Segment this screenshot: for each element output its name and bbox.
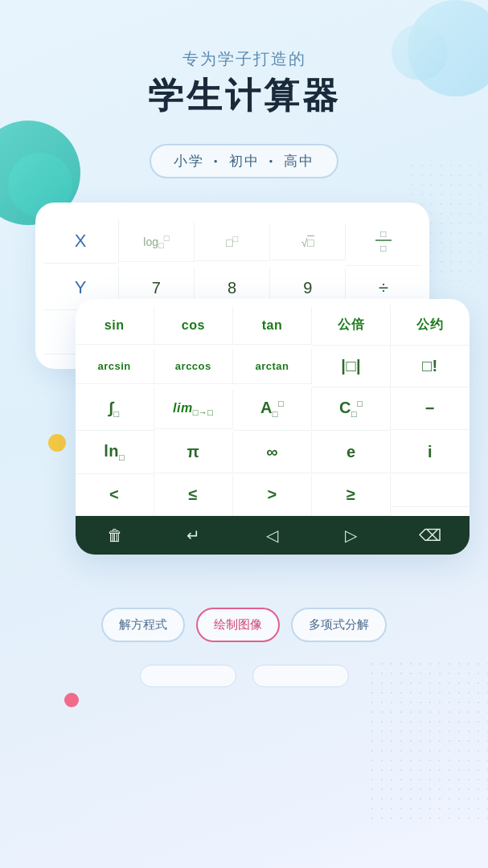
toolbar-right[interactable]: ▷: [312, 526, 391, 545]
btn-lt[interactable]: <: [76, 474, 154, 516]
trig-row-2: arcsin arccos arctan |□| □!: [76, 346, 470, 387]
title-text: 学生计算器: [148, 76, 341, 115]
calculator-area: X log□□ □□ √□ □ □ Y 7 8 9 ÷ Z 4 5 6 ×: [27, 203, 461, 588]
btn-integral[interactable]: ∫□: [76, 387, 154, 431]
cell-box-sup[interactable]: □□: [195, 223, 270, 261]
trig-row-1: sin cos tan 公倍 公约: [76, 305, 470, 346]
trig-row-3: ∫□ lim□→□ A□□ C□□ −: [76, 387, 470, 431]
cell-sqrt[interactable]: √□: [270, 223, 346, 261]
btn-le[interactable]: ≤: [154, 474, 233, 516]
level-high: 高中: [284, 152, 314, 170]
btn-comb[interactable]: C□□: [312, 387, 391, 431]
cell-frac[interactable]: □ □: [346, 217, 420, 266]
btn-ge[interactable]: ≥: [312, 474, 391, 516]
btn-lim[interactable]: lim□→□: [154, 390, 233, 429]
feature-factor[interactable]: 多项式分解: [291, 608, 387, 642]
btn-i[interactable]: i: [391, 432, 469, 473]
btn-inf[interactable]: ∞: [233, 432, 312, 473]
main-title: 学生计算器: [0, 76, 488, 115]
btn-tan[interactable]: tan: [233, 307, 312, 345]
level-primary: 小学: [174, 152, 204, 170]
trig-row-4: ln□ π ∞ e i: [76, 431, 470, 474]
header-section: 专为学子打造的 学生计算器 小学 ● 初中 ● 高中: [0, 0, 488, 178]
feature-equation[interactable]: 解方程式: [101, 608, 185, 642]
toolbar-enter[interactable]: ↵: [154, 526, 233, 545]
btn-factorial[interactable]: □!: [391, 346, 469, 387]
back-row-1: X log□□ □□ √□ □ □: [43, 217, 421, 266]
features-section: 解方程式 绘制图像 多项式分解: [0, 608, 488, 642]
btn-minus[interactable]: −: [391, 388, 469, 430]
btn-cos[interactable]: cos: [154, 307, 233, 345]
btn-pi[interactable]: π: [154, 432, 233, 473]
btn-gcd[interactable]: 公约: [391, 305, 469, 346]
calculator-front-card: sin cos tan 公倍 公约 arcsin arccos arctan |…: [76, 299, 470, 555]
bottom-pills: [0, 665, 488, 687]
dot2: ●: [269, 158, 275, 165]
btn-empty: [391, 484, 469, 507]
toolbar-trash[interactable]: 🗑: [76, 526, 154, 545]
btn-arctan[interactable]: arctan: [233, 349, 312, 384]
btn-abs[interactable]: |□|: [312, 346, 391, 387]
btn-arcsin[interactable]: arcsin: [76, 349, 154, 384]
btn-sin[interactable]: sin: [76, 307, 154, 345]
btn-arccos[interactable]: arccos: [154, 349, 233, 384]
btn-ln[interactable]: ln□: [76, 431, 154, 474]
level-middle: 初中: [229, 152, 260, 170]
dot1: ●: [214, 158, 219, 165]
trig-row-5: < ≤ > ≥: [76, 474, 470, 516]
toolbar: 🗑 ↵ ◁ ▷ ⌫: [76, 516, 470, 555]
btn-perm[interactable]: A□□: [233, 387, 312, 431]
toolbar-left[interactable]: ◁: [233, 526, 312, 545]
cell-x[interactable]: X: [43, 219, 119, 264]
btn-e[interactable]: e: [312, 432, 391, 473]
pill-2: [252, 665, 349, 687]
btn-gt[interactable]: >: [233, 474, 312, 516]
level-badge: 小学 ● 初中 ● 高中: [150, 144, 339, 178]
btn-lcm[interactable]: 公倍: [312, 305, 391, 346]
cell-log[interactable]: log□□: [119, 222, 195, 262]
subtitle: 专为学子打造的: [0, 48, 488, 70]
pill-1: [140, 665, 236, 687]
bg-pink-dot: [64, 693, 79, 707]
toolbar-backspace[interactable]: ⌫: [391, 526, 470, 545]
feature-graph[interactable]: 绘制图像: [196, 608, 280, 642]
